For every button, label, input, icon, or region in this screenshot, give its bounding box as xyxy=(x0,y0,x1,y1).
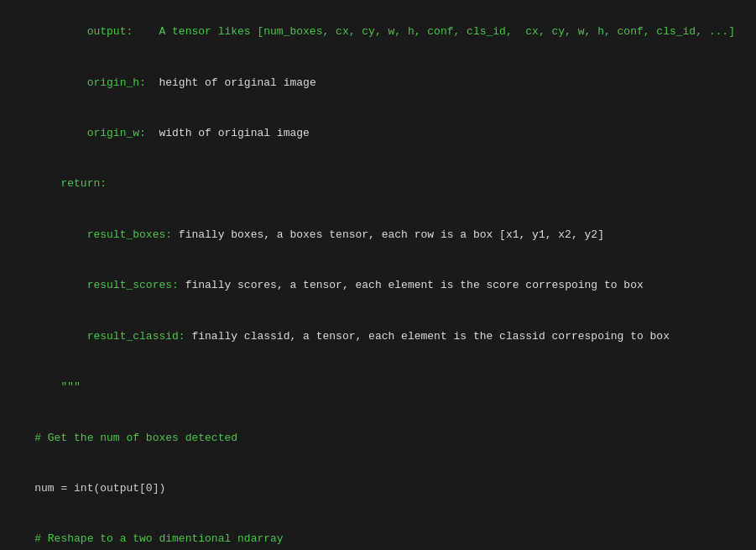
code-text: num = int(output[0]) xyxy=(34,482,165,495)
code-line: output: A tensor likes [num_boxes, cx, c… xyxy=(0,7,756,57)
code-text: result_classid: xyxy=(34,330,185,343)
code-line: origin_h: height of original image xyxy=(0,57,756,107)
code-text: origin_h: xyxy=(34,76,146,89)
code-text: width of original image xyxy=(146,127,310,139)
code-line: origin_w: width of original image xyxy=(0,108,756,159)
code-text: finally scores, a tensor, each element i… xyxy=(179,279,644,291)
code-text: return: xyxy=(34,177,107,190)
code-container: output: A tensor likes [num_boxes, cx, c… xyxy=(0,0,756,550)
code-text: result_boxes: xyxy=(34,228,172,241)
code-text: result_scores: xyxy=(34,279,179,291)
code-text: finally classid, a tensor, each element … xyxy=(185,330,670,343)
code-line: num = int(output[0]) xyxy=(0,464,756,514)
code-line: # Reshape to a two dimentional ndarray xyxy=(0,514,756,550)
code-text: finally boxes, a boxes tensor, each row … xyxy=(172,228,604,241)
code-text: origin_w: xyxy=(34,127,146,139)
code-line: result_boxes: finally boxes, a boxes ten… xyxy=(0,210,756,260)
code-text: # Reshape to a two dimentional ndarray xyxy=(34,532,283,545)
code-text: height of original image xyxy=(146,76,316,89)
code-line: result_classid: finally classid, a tenso… xyxy=(0,312,756,362)
code-text: output: A tensor likes [num_boxes, cx, c… xyxy=(34,25,735,38)
code-text: """ xyxy=(34,380,81,393)
code-line: return: xyxy=(0,159,756,209)
code-line: """ xyxy=(0,362,756,412)
code-text: # Get the num of boxes detected xyxy=(34,432,237,444)
code-line: result_scores: finally scores, a tensor,… xyxy=(0,260,756,311)
code-line: # Get the num of boxes detected xyxy=(0,412,756,463)
